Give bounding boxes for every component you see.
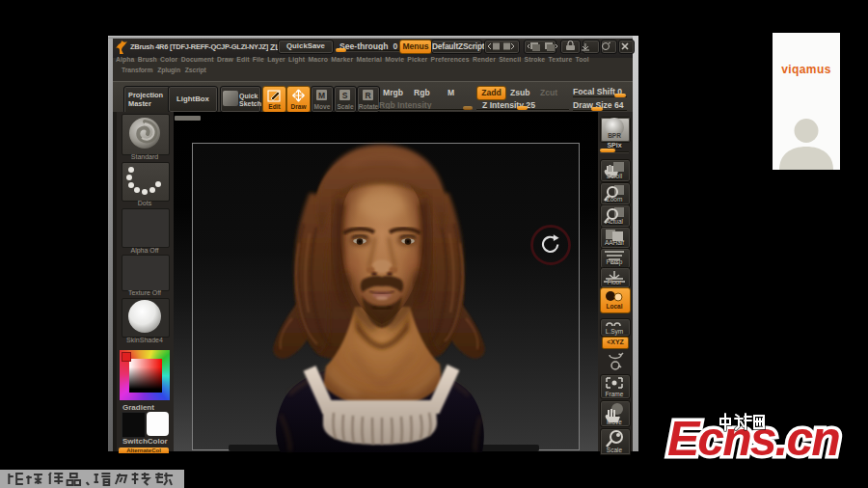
svg-text:M: M bbox=[318, 91, 325, 100]
svg-text:Scale: Scale bbox=[337, 103, 354, 110]
svg-text:Edit: Edit bbox=[268, 103, 281, 110]
svg-text:Local: Local bbox=[607, 303, 623, 310]
svg-text:S: S bbox=[342, 91, 348, 100]
svg-text:BPR: BPR bbox=[608, 132, 621, 139]
svg-text:L.Sym: L.Sym bbox=[606, 328, 623, 336]
svg-text:Draw: Draw bbox=[291, 103, 308, 110]
svg-text:Move: Move bbox=[314, 103, 331, 110]
svg-text:R: R bbox=[365, 91, 370, 100]
svg-text:Rotate: Rotate bbox=[359, 103, 379, 110]
svg-text:Frame: Frame bbox=[606, 391, 624, 397]
svg-text:Move: Move bbox=[607, 419, 622, 425]
svg-text:Scale: Scale bbox=[607, 447, 623, 453]
